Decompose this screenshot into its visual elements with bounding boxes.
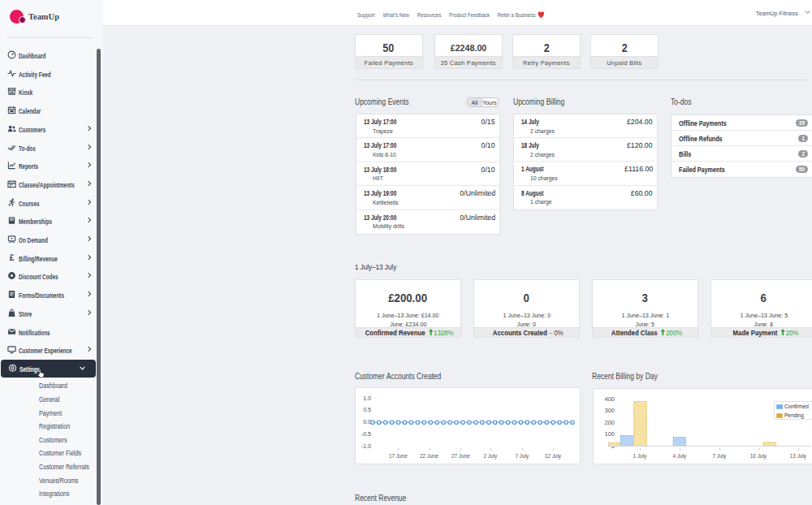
svg-text:£: £ [10,253,15,262]
